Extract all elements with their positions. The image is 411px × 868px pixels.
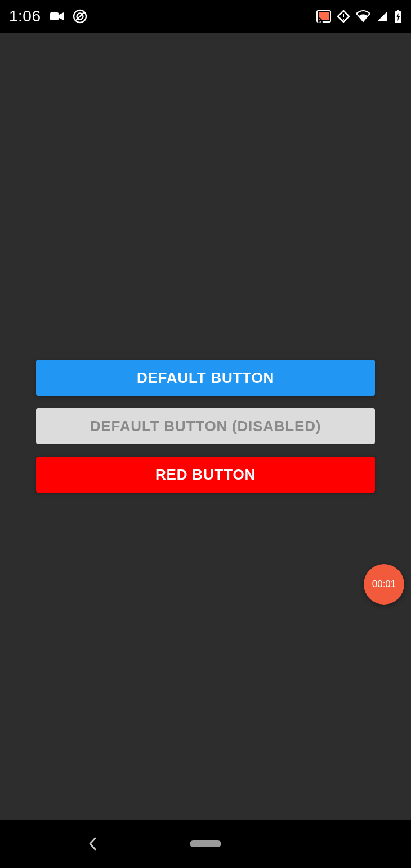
default-button-disabled: DEFAULT BUTTON (DISABLED) [36, 408, 375, 444]
svg-rect-9 [397, 10, 399, 11]
vibrate-icon [337, 10, 350, 23]
back-icon[interactable] [87, 836, 97, 852]
signal-icon [376, 10, 388, 23]
red-button[interactable]: RED BUTTON [36, 457, 375, 493]
navigation-bar [0, 820, 411, 868]
recording-bubble[interactable]: 00:01 [364, 564, 404, 605]
video-camera-icon [50, 11, 64, 21]
dnd-circle-icon [73, 9, 87, 24]
status-right-group [316, 10, 402, 23]
svg-rect-0 [50, 12, 59, 20]
svg-point-6 [318, 21, 319, 23]
status-bar: 1:06 [0, 0, 411, 33]
svg-rect-7 [343, 14, 344, 17]
home-pill[interactable] [190, 840, 221, 847]
status-time: 1:06 [9, 7, 41, 25]
battery-charging-icon [394, 10, 402, 23]
status-left-group: 1:06 [9, 7, 87, 25]
app-body: DEFAULT BUTTON DEFAULT BUTTON (DISABLED)… [0, 33, 411, 820]
svg-rect-8 [343, 19, 344, 20]
default-button[interactable]: DEFAULT BUTTON [36, 360, 375, 396]
wifi-icon [356, 10, 370, 23]
recording-timer: 00:01 [372, 579, 396, 590]
cast-icon [316, 10, 331, 23]
